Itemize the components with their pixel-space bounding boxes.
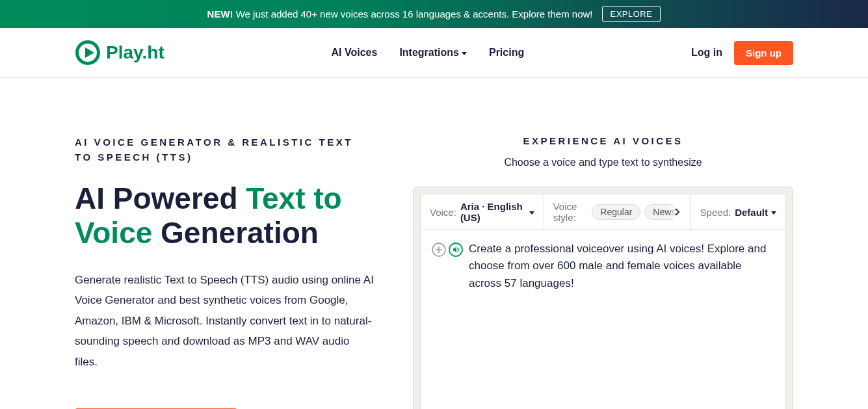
editor-row-icons [431, 241, 464, 402]
widget-column: EXPERIENCE AI VOICES Choose a voice and … [413, 135, 793, 409]
announcement-banner: NEW! We just added 40+ new voices across… [0, 0, 868, 28]
widget-subtitle: Choose a voice and type text to synthesi… [504, 157, 702, 168]
voice-selector-section: Voice: Aria · English (US) [421, 194, 544, 230]
nav-integrations-label: Integrations [399, 47, 459, 59]
editor-body: Create a professional voiceover using AI… [421, 230, 785, 409]
navbar: Play.ht AI Voices Integrations Pricing L… [0, 28, 868, 78]
editor-toolbar: Voice: Aria · English (US) Voice style: … [421, 194, 785, 230]
hero-eyebrow: AI VOICE GENERATOR & REALISTIC TEXT TO S… [75, 135, 374, 165]
voice-label: Voice: [430, 207, 456, 218]
main-content: AI VOICE GENERATOR & REALISTIC TEXT TO S… [0, 78, 868, 409]
banner-content: NEW! We just added 40+ new voices across… [207, 8, 593, 20]
voice-editor-inner: Voice: Aria · English (US) Voice style: … [420, 194, 786, 409]
scroll-right-button[interactable] [670, 204, 681, 220]
add-icon[interactable] [431, 242, 447, 257]
speed-selector[interactable]: Default [735, 207, 776, 218]
nav-center: AI Voices Integrations Pricing [332, 47, 525, 59]
hero-title: AI Powered Text to Voice Generation [75, 181, 374, 250]
style-selector-section: Voice style: Regular News (formal) [544, 194, 691, 230]
voice-editor-card: Voice: Aria · English (US) Voice style: … [413, 187, 793, 409]
editor-textarea[interactable]: Create a professional voiceover using AI… [469, 241, 775, 402]
hero-title-part1: AI Powered [75, 181, 246, 215]
speed-value: Default [735, 207, 768, 218]
style-label: Voice style: [553, 201, 588, 223]
voice-selector[interactable]: Aria · English (US) [460, 201, 534, 223]
widget-eyebrow: EXPERIENCE AI VOICES [523, 135, 683, 146]
nav-ai-voices[interactable]: AI Voices [332, 47, 378, 59]
chevron-down-icon [462, 52, 467, 55]
style-pills: Regular News (formal) [592, 204, 681, 220]
nav-pricing[interactable]: Pricing [489, 47, 524, 59]
explore-button[interactable]: EXPLORE [602, 6, 661, 22]
nav-integrations[interactable]: Integrations [399, 47, 467, 59]
chevron-down-icon [529, 211, 534, 215]
speed-label: Speed: [700, 207, 731, 218]
signup-button[interactable]: Sign up [734, 41, 793, 65]
speed-selector-section: Speed: Default [691, 194, 785, 230]
logo[interactable]: Play.ht [75, 40, 164, 66]
hero-left: AI VOICE GENERATOR & REALISTIC TEXT TO S… [75, 135, 374, 409]
logo-text: Play.ht [106, 42, 164, 63]
hero-description: Generate realistic Text to Speech (TTS) … [75, 270, 374, 372]
speaker-icon[interactable] [448, 242, 464, 257]
login-link[interactable]: Log in [691, 47, 722, 59]
voice-value: Aria · English (US) [460, 201, 526, 223]
chevron-down-icon [771, 211, 776, 215]
play-icon [75, 40, 101, 66]
banner-text: We just added 40+ new voices across 16 l… [236, 8, 593, 20]
chevron-right-icon [674, 208, 681, 216]
hero-title-part2: Generation [152, 216, 319, 250]
banner-new-label: NEW! [207, 8, 233, 20]
style-pill-regular[interactable]: Regular [592, 204, 640, 220]
nav-right: Log in Sign up [691, 41, 793, 65]
